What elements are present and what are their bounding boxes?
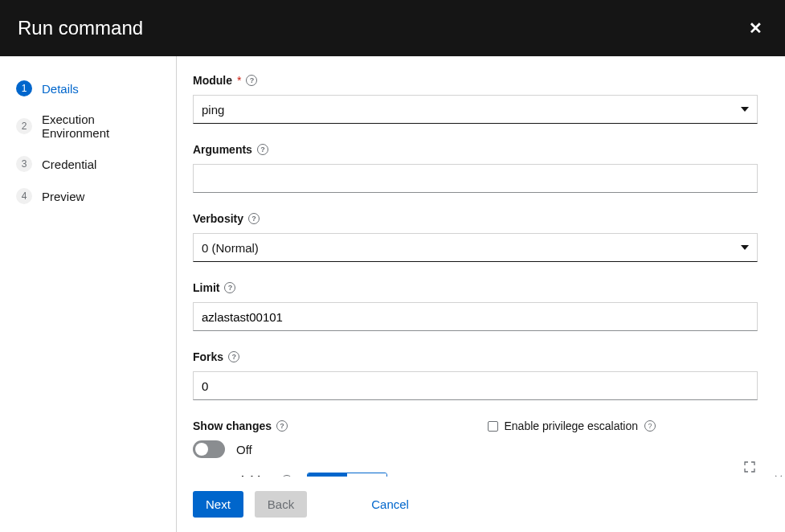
field-label: Verbosity (193, 212, 243, 225)
next-button[interactable]: Next (193, 491, 243, 518)
select-value: ping (202, 103, 224, 117)
help-icon[interactable]: ? (281, 475, 292, 477)
help-icon[interactable]: ? (644, 420, 656, 432)
show-changes-toggle-row: Off (193, 440, 464, 458)
forks-group: Forks ? (193, 350, 758, 400)
field-label: Arguments (193, 143, 252, 156)
close-icon[interactable]: ✕ (744, 14, 767, 43)
wizard-step-credential[interactable]: 3 Credential (13, 148, 168, 180)
limit-group: Limit ? (193, 281, 758, 331)
step-label: Preview (42, 190, 84, 203)
expand-icon[interactable] (743, 460, 756, 473)
modal-header: Run command ✕ (0, 0, 785, 56)
privilege-col: Enable privilege escalation ? (488, 419, 758, 458)
help-icon[interactable]: ? (228, 351, 239, 362)
chevron-down-icon (741, 107, 749, 112)
step-number-badge: 1 (16, 80, 32, 96)
select-value: 0 (Normal) (202, 241, 259, 255)
toggle-knob (195, 443, 208, 456)
verbosity-group: Verbosity ? 0 (Normal) (193, 212, 758, 262)
wizard-sidebar: 1 Details 2 Execution Environment 3 Cred… (0, 56, 177, 532)
module-select[interactable]: ping (193, 95, 758, 124)
step-number-badge: 4 (16, 188, 32, 204)
wizard-step-preview[interactable]: 4 Preview (13, 180, 168, 212)
show-changes-toggle[interactable] (193, 440, 225, 458)
cancel-button[interactable]: Cancel (358, 491, 422, 518)
field-label: Forks (193, 350, 223, 363)
help-icon[interactable]: ? (248, 213, 260, 224)
chevron-down-icon (741, 245, 749, 250)
step-number-badge: 3 (16, 156, 32, 172)
yaml-tab[interactable]: YAML (308, 473, 347, 477)
help-icon[interactable]: ? (276, 420, 288, 432)
forks-input[interactable] (193, 371, 758, 400)
help-icon[interactable]: ? (246, 75, 257, 86)
step-number-badge: 2 (16, 118, 32, 134)
checkbox-label: Enable privilege escalation (505, 419, 639, 432)
form-scroll-area[interactable]: Module * ? ping Arguments ? Verbosit (177, 56, 785, 477)
format-toggle: YAML JSON (307, 473, 387, 477)
required-indicator: * (237, 74, 241, 87)
wizard-footer: Next Back Cancel (177, 477, 785, 532)
scroll-down-indicator (775, 470, 782, 477)
step-label: Credential (42, 158, 96, 171)
back-button: Back (255, 491, 307, 518)
limit-label-row: Limit ? (193, 281, 758, 294)
modal-body: 1 Details 2 Execution Environment 3 Cred… (0, 56, 785, 532)
step-label: Details (42, 82, 79, 96)
extra-variables-row: Extra variables ? YAML JSON (193, 473, 758, 477)
limit-input[interactable] (193, 302, 758, 331)
privilege-checkbox[interactable] (488, 421, 498, 432)
wizard-step-execution-environment[interactable]: 2 Execution Environment (13, 104, 168, 148)
arguments-group: Arguments ? (193, 143, 758, 193)
toggle-state-label: Off (236, 443, 252, 456)
show-changes-col: Show changes ? Off (193, 419, 464, 458)
options-row: Show changes ? Off Enable privilege esca… (193, 419, 758, 458)
field-label: Module (193, 74, 232, 87)
field-label: Show changes (193, 419, 272, 432)
field-label: Extra variables (193, 474, 273, 477)
verbosity-label-row: Verbosity ? (193, 212, 758, 225)
module-label-row: Module * ? (193, 74, 758, 87)
module-group: Module * ? ping (193, 74, 758, 124)
arguments-label-row: Arguments ? (193, 143, 758, 156)
wizard-step-details[interactable]: 1 Details (13, 72, 168, 104)
step-label: Execution Environment (42, 113, 165, 140)
help-icon[interactable]: ? (257, 144, 268, 155)
help-icon[interactable]: ? (224, 282, 235, 293)
privilege-checkbox-row: Enable privilege escalation ? (488, 419, 758, 432)
json-tab[interactable]: JSON (347, 473, 386, 477)
forks-label-row: Forks ? (193, 350, 758, 363)
main-panel: Module * ? ping Arguments ? Verbosit (177, 56, 785, 532)
modal-title: Run command (18, 17, 143, 39)
field-label: Limit (193, 281, 219, 294)
show-changes-label-row: Show changes ? (193, 419, 464, 432)
arguments-input[interactable] (193, 164, 758, 193)
verbosity-select[interactable]: 0 (Normal) (193, 233, 758, 262)
